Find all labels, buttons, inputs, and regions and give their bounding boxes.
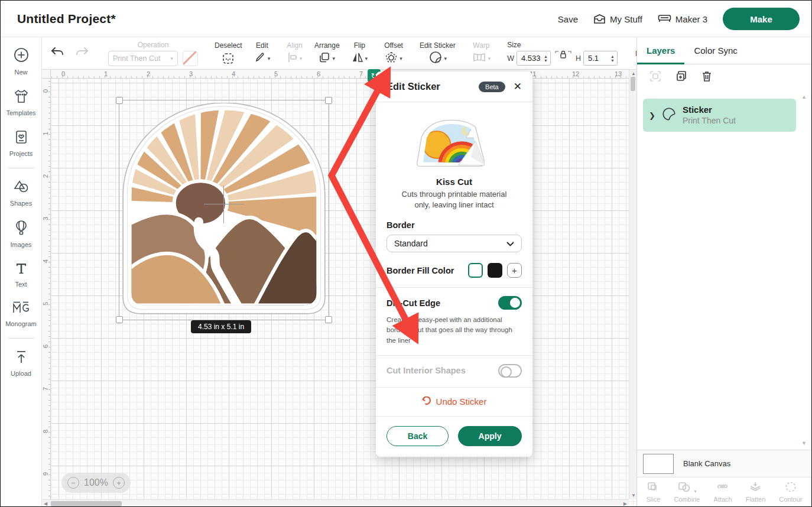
layer-name: Sticker bbox=[683, 105, 736, 116]
ruler-horizontal: 012345678910111213 bbox=[51, 70, 636, 79]
vertical-scroll-thumb[interactable] bbox=[631, 77, 635, 91]
undo-arrow-icon bbox=[422, 396, 432, 407]
attach-button[interactable]: Attach bbox=[713, 481, 732, 503]
layers-scroll-up-arrow[interactable]: ▲ bbox=[801, 94, 807, 100]
border-color-white-swatch[interactable] bbox=[468, 263, 483, 278]
my-stuff-button[interactable]: My Stuff bbox=[593, 14, 642, 24]
sidebar-item-shapes[interactable]: Shapes bbox=[1, 179, 41, 207]
layer-row-sticker[interactable]: ❯ Sticker Print Then Cut bbox=[643, 99, 796, 132]
selection-handle-bottom-left[interactable] bbox=[116, 316, 123, 323]
sidebar-item-upload[interactable]: Upload bbox=[1, 349, 41, 377]
project-card-icon bbox=[14, 129, 28, 147]
operation-color-swatch[interactable] bbox=[183, 51, 198, 66]
cricut-design-space-window: Untitled Project* Save My Stuff bbox=[0, 0, 812, 507]
add-color-button[interactable]: + bbox=[507, 263, 522, 278]
scroll-up-arrow[interactable]: ▲ bbox=[631, 71, 636, 76]
horizontal-scroll-thumb[interactable] bbox=[51, 501, 122, 506]
ruler-corner bbox=[42, 70, 51, 79]
selection-bounding-box[interactable] bbox=[119, 100, 329, 320]
zoom-level: 100% bbox=[84, 477, 108, 488]
scroll-down-arrow[interactable]: ▼ bbox=[631, 493, 636, 498]
sidebar-item-text[interactable]: Text bbox=[1, 261, 41, 288]
size-lock-button[interactable] bbox=[554, 48, 572, 61]
redo-button[interactable] bbox=[75, 46, 89, 60]
group-icon[interactable] bbox=[649, 70, 662, 85]
delete-icon[interactable] bbox=[701, 70, 713, 85]
height-stepper[interactable]: ▲▼ bbox=[610, 54, 615, 63]
sticker-icon bbox=[428, 50, 443, 67]
operation-select[interactable]: Print Then Cut▾ bbox=[108, 51, 178, 66]
scroll-left-arrow[interactable]: ◀ bbox=[44, 501, 47, 506]
flatten-button[interactable]: Flatten bbox=[746, 481, 766, 503]
contour-icon bbox=[784, 481, 797, 494]
tab-color-sync[interactable]: Color Sync bbox=[684, 37, 746, 64]
sidebar-item-images[interactable]: Images bbox=[1, 220, 41, 248]
beta-badge: Beta bbox=[479, 82, 505, 92]
size-group: Size W 4.533 ▲▼ H 5.1 ▲▼ bbox=[501, 37, 623, 69]
layer-sticker-icon bbox=[661, 106, 677, 124]
height-input[interactable]: 5.1 ▲▼ bbox=[583, 51, 618, 66]
kiss-cut-illustration bbox=[386, 115, 522, 172]
zoom-out-button[interactable]: − bbox=[67, 477, 79, 489]
left-sidebar: New Templates Projects Shapes Images bbox=[1, 37, 42, 506]
border-select[interactable]: Standard bbox=[386, 235, 522, 252]
undo-button[interactable] bbox=[50, 46, 64, 60]
selection-handle-top-left[interactable] bbox=[116, 97, 123, 104]
tab-layers[interactable]: Layers bbox=[637, 37, 684, 64]
chevron-down-icon bbox=[506, 239, 514, 248]
apply-button[interactable]: Apply bbox=[458, 426, 522, 446]
arrange-button[interactable]: Arrange ▾ bbox=[308, 37, 346, 69]
duplicate-icon[interactable] bbox=[675, 70, 688, 85]
width-input[interactable]: 4.533 ▲▼ bbox=[517, 51, 551, 66]
selection-handle-bottom-right[interactable] bbox=[325, 316, 332, 323]
align-button[interactable]: Align ▾ bbox=[281, 37, 308, 69]
slice-icon bbox=[647, 481, 660, 494]
inbox-icon bbox=[593, 14, 606, 24]
sidebar-item-new[interactable]: New bbox=[1, 47, 41, 76]
design-canvas[interactable]: 012345678910111213 0123456789 bbox=[42, 70, 636, 507]
cut-interior-shapes-toggle[interactable] bbox=[498, 364, 522, 378]
width-stepper[interactable]: ▲▼ bbox=[544, 54, 548, 63]
sidebar-item-monogram[interactable]: Monogram bbox=[1, 301, 41, 327]
sidebar-item-templates[interactable]: Templates bbox=[1, 89, 41, 116]
edit-sticker-button[interactable]: Edit Sticker ▾ bbox=[414, 37, 462, 69]
zoom-in-button[interactable]: + bbox=[113, 477, 125, 489]
edit-button[interactable]: Edit ▾ bbox=[248, 37, 277, 69]
balloon-icon bbox=[14, 220, 28, 238]
back-button[interactable]: Back bbox=[386, 426, 449, 446]
die-cut-edge-toggle[interactable] bbox=[498, 296, 522, 310]
close-icon[interactable]: ✕ bbox=[514, 80, 522, 93]
border-fill-color-label: Border Fill Color bbox=[386, 266, 454, 275]
contour-button[interactable]: Contour bbox=[779, 481, 802, 503]
cut-interior-shapes-label: Cut Interior Shapes bbox=[386, 366, 466, 375]
layers-scroll-down-arrow[interactable]: ▼ bbox=[801, 440, 807, 446]
machine-select-button[interactable]: Maker 3 bbox=[658, 14, 707, 24]
selection-handle-top-right[interactable] bbox=[325, 97, 332, 104]
flip-button[interactable]: Flip ▾ bbox=[346, 37, 374, 69]
sidebar-item-projects[interactable]: Projects bbox=[1, 129, 41, 157]
save-button[interactable]: Save bbox=[558, 14, 578, 24]
die-cut-edge-label: Die-Cut Edge bbox=[386, 298, 440, 308]
header: Untitled Project* Save My Stuff bbox=[1, 1, 811, 37]
layer-list: ❯ Sticker Print Then Cut ▲ ▼ bbox=[637, 90, 811, 450]
canvas-horizontal-scrollbar[interactable]: ◀ ▶ bbox=[42, 499, 629, 507]
layer-operation: Print Then Cut bbox=[683, 116, 736, 126]
canvas-vertical-scrollbar[interactable]: ▲ ▼ bbox=[629, 70, 636, 499]
new-plus-icon bbox=[13, 47, 30, 66]
border-color-black-swatch[interactable] bbox=[488, 263, 502, 278]
flip-icon bbox=[352, 51, 363, 66]
make-button[interactable]: Make bbox=[723, 8, 800, 30]
combine-button[interactable]: ▾ Combine bbox=[674, 481, 700, 503]
scroll-right-arrow[interactable]: ▶ bbox=[623, 501, 627, 506]
deselect-button[interactable]: Deselect bbox=[209, 37, 248, 69]
undo-sticker-link[interactable]: Undo Sticker bbox=[386, 388, 522, 416]
shapes-icon bbox=[13, 179, 30, 197]
expand-chevron-icon[interactable]: ❯ bbox=[649, 111, 655, 120]
canvas-color-swatch[interactable] bbox=[643, 454, 674, 474]
text-icon bbox=[14, 261, 28, 278]
blank-canvas-row[interactable]: Blank Canvas bbox=[637, 450, 811, 477]
machine-icon bbox=[658, 14, 671, 24]
offset-button[interactable]: Offset ▾ bbox=[378, 37, 409, 69]
slice-button[interactable]: Slice bbox=[647, 481, 661, 503]
warp-button[interactable]: Warp ▾ bbox=[466, 37, 497, 69]
